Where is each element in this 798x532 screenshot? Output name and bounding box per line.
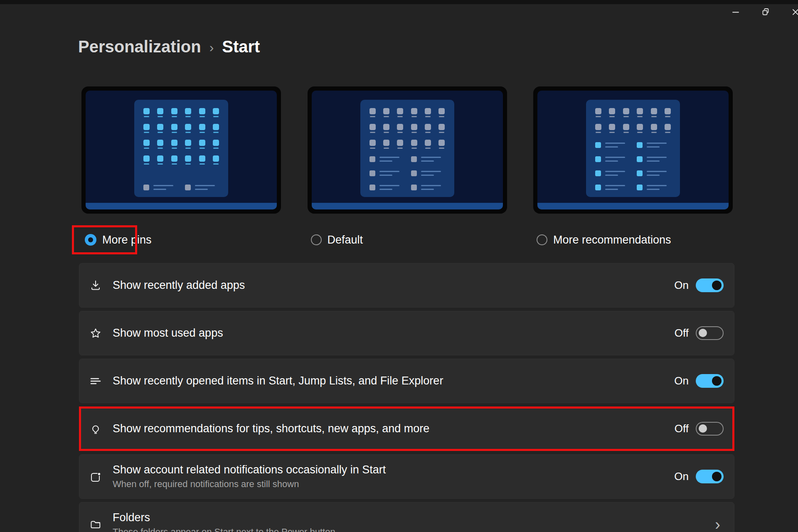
lightbulb-icon <box>89 423 103 435</box>
radio-label-more-recommendations: More recommendations <box>553 234 671 246</box>
minimize-icon <box>732 8 740 16</box>
radio-label-default: Default <box>328 234 363 246</box>
settings-rows: Show recently added apps On Show most us… <box>79 263 734 532</box>
settings-row-title: Folders <box>113 511 715 524</box>
radio-more-recommendations[interactable] <box>537 234 547 245</box>
toggle-show-recommendations[interactable] <box>696 422 724 436</box>
close-icon <box>791 8 798 16</box>
restore-icon <box>761 8 770 16</box>
start-layout-preview <box>533 86 733 214</box>
preview-taskbar <box>86 203 277 209</box>
toggle-show-most-used-apps[interactable] <box>696 326 724 340</box>
breadcrumb-chevron-icon: › <box>209 38 214 55</box>
settings-row-show-recommendations: Show recommendations for tips, shortcuts… <box>79 406 734 451</box>
settings-row-title: Show most used apps <box>113 327 670 340</box>
settings-row-title: Show recommendations for tips, shortcuts… <box>113 422 670 435</box>
folder-icon <box>89 518 103 531</box>
settings-row-show-recently-added-apps: Show recently added apps On <box>79 263 734 308</box>
start-layout-preview <box>81 86 281 214</box>
toggle-show-recently-opened-items[interactable] <box>696 374 724 388</box>
breadcrumb-personalization[interactable]: Personalization <box>78 37 201 56</box>
preview-screen <box>86 91 277 209</box>
chevron-right-icon[interactable]: › <box>715 517 720 532</box>
radio-default[interactable] <box>311 234 322 245</box>
preview-screen <box>537 91 729 209</box>
toggle-state-label: On <box>670 470 689 483</box>
account-notification-icon <box>89 470 103 483</box>
toggle-state-label: Off <box>670 327 689 340</box>
toggle-state-label: Off <box>670 422 689 435</box>
settings-row-show-account-notifications: Show account related notifications occas… <box>79 454 734 499</box>
settings-row-title: Show recently opened items in Start, Jum… <box>113 374 670 387</box>
settings-row-title: Show recently added apps <box>113 279 670 292</box>
window-controls <box>726 4 798 20</box>
settings-row-subtitle: When off, required notifications are sti… <box>113 479 670 490</box>
preview-taskbar <box>537 203 729 209</box>
recent-items-icon <box>89 375 103 387</box>
page-title: Start <box>222 37 260 56</box>
preview-start-menu <box>586 100 680 197</box>
settings-row-show-recently-opened-items: Show recently opened items in Start, Jum… <box>79 359 734 403</box>
window-top-edge <box>0 0 798 4</box>
preview-taskbar <box>312 203 503 209</box>
settings-row-subtitle: These folders appear on Start next to th… <box>113 527 715 532</box>
start-layout-preview <box>308 86 507 214</box>
minimize-button[interactable] <box>726 4 745 20</box>
settings-row-folders[interactable]: Folders These folders appear on Start ne… <box>79 502 734 532</box>
layout-options: More pins Default More recommendations <box>81 86 733 246</box>
toggle-show-recently-added-apps[interactable] <box>696 278 724 292</box>
preview-start-menu <box>360 100 454 197</box>
preview-start-menu <box>134 100 228 197</box>
settings-row-show-most-used-apps: Show most used apps Off <box>79 311 734 355</box>
layout-option-more-pins: More pins <box>81 86 281 246</box>
layout-option-more-recommendations: More recommendations <box>533 86 733 246</box>
close-button[interactable] <box>786 4 798 20</box>
star-icon <box>89 327 103 340</box>
toggle-state-label: On <box>670 279 689 292</box>
preview-screen <box>312 91 503 209</box>
layout-option-row: More pins <box>85 233 281 246</box>
toggle-show-account-notifications[interactable] <box>696 470 724 483</box>
layout-option-row: Default <box>311 233 507 246</box>
breadcrumb: Personalization › Start <box>78 37 260 56</box>
layout-option-row: More recommendations <box>537 233 733 246</box>
toggle-state-label: On <box>670 374 689 387</box>
annotation-highlight-option <box>72 225 137 254</box>
download-icon <box>89 279 103 292</box>
layout-option-default: Default <box>308 86 507 246</box>
restore-button[interactable] <box>756 4 775 20</box>
settings-row-title: Show account related notifications occas… <box>113 463 670 476</box>
